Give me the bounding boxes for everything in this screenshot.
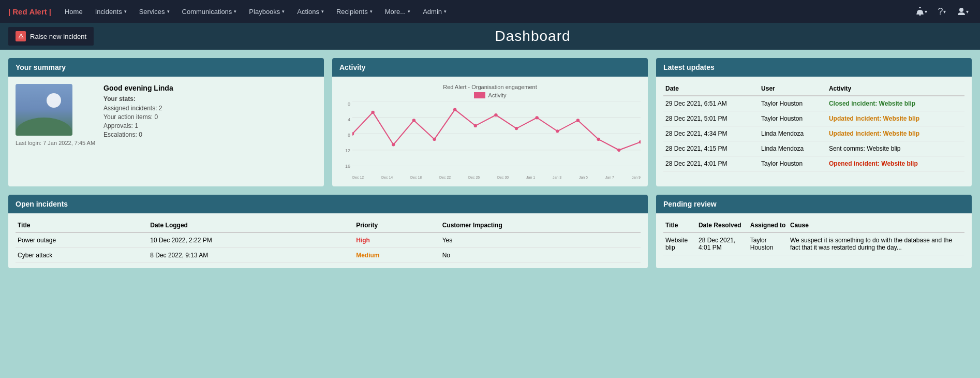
summary-details: Good evening Linda Your stats: Assigned … <box>103 84 173 140</box>
summary-card: Your summary Last login: 7 Jan 2022, 7:4… <box>8 58 324 186</box>
update-row: 28 Dec 2021, 5:01 PM Taylor Houston Upda… <box>663 111 964 126</box>
avatar-hills <box>16 118 72 136</box>
svg-point-23 <box>639 140 641 143</box>
update-user: Taylor Houston <box>759 96 827 111</box>
chart-title: Red Alert - Organisation engagement <box>339 84 641 90</box>
playbooks-caret: ▾ <box>282 9 285 14</box>
brand-pipe1: | <box>8 7 10 16</box>
pending-title: Website blip <box>663 232 696 255</box>
stat-escalations: Escalations: 0 <box>103 131 173 138</box>
user-icon <box>957 7 966 16</box>
update-user: Taylor Houston <box>759 156 827 171</box>
latest-updates-body: Date User Activity 29 Dec 2021, 6:51 AM … <box>656 77 972 177</box>
pr-col-title: Title <box>663 219 696 232</box>
update-activity: Updated incident: Website blip <box>827 126 964 141</box>
incident-date: 8 Dec 2022, 9:13 AM <box>148 248 354 263</box>
pr-col-assigned: Assigned to <box>748 219 788 232</box>
incident-row: Power outage 10 Dec 2022, 2:22 PM High Y… <box>16 232 641 248</box>
incident-priority: Medium <box>354 248 440 263</box>
pending-review-body: Title Date Resolved Assigned to Cause We… <box>656 213 972 260</box>
stat-actions: Your action items: 0 <box>103 113 173 121</box>
y-axis: 16 12 8 4 0 <box>339 101 352 169</box>
incident-customer: No <box>440 248 641 263</box>
update-user: Linda Mendoza <box>759 126 827 141</box>
incident-priority: High <box>354 232 440 248</box>
incident-title: Cyber attack <box>16 248 148 263</box>
svg-point-13 <box>433 138 436 141</box>
activity-card: Activity Red Alert - Organisation engage… <box>332 58 648 186</box>
admin-caret: ▾ <box>444 9 447 14</box>
pending-review-header: Pending review <box>656 195 972 213</box>
page-title: Dashboard <box>94 28 972 45</box>
update-activity: Sent comms: Website blip <box>827 141 964 156</box>
warning-icon: ⚠ <box>16 31 26 41</box>
update-activity: Updated incident: Website blip <box>827 111 964 126</box>
pending-row: Website blip 28 Dec 2021, 4:01 PM Taylor… <box>663 232 964 255</box>
nav-actions[interactable]: Actions ▾ <box>292 0 329 23</box>
notifications-button[interactable]: ▾ <box>912 2 930 21</box>
x-axis: Dec 12 Dec 14 Dec 18 Dec 22 Dec 26 Dec 3… <box>352 176 641 179</box>
user-button[interactable]: ▾ <box>953 2 972 21</box>
update-date: 28 Dec 2021, 4:15 PM <box>663 141 759 156</box>
help-button[interactable]: ? ▾ <box>932 2 951 21</box>
more-caret: ▾ <box>408 9 410 14</box>
inc-col-date: Date Logged <box>148 219 354 232</box>
avatar-image <box>16 84 72 136</box>
pending-table: Title Date Resolved Assigned to Cause We… <box>663 219 964 255</box>
services-caret: ▾ <box>167 9 170 14</box>
update-row: 28 Dec 2021, 4:01 PM Taylor Houston Open… <box>663 156 964 171</box>
nav-admin[interactable]: Admin ▾ <box>418 0 452 23</box>
incidents-table: Title Date Logged Priority Customer Impa… <box>16 219 641 263</box>
actions-caret: ▾ <box>321 9 324 14</box>
pr-col-date: Date Resolved <box>696 219 748 232</box>
open-incidents-body: Title Date Logged Priority Customer Impa… <box>8 213 648 268</box>
legend-label: Activity <box>488 92 507 98</box>
update-date: 28 Dec 2021, 5:01 PM <box>663 111 759 126</box>
greeting: Good evening Linda <box>103 84 173 92</box>
pending-assigned: Taylor Houston <box>748 232 788 255</box>
help-caret: ▾ <box>943 9 946 14</box>
help-icon: ? <box>938 6 943 17</box>
subheader: ⚠ Raise new incident Dashboard <box>0 23 980 50</box>
svg-rect-1 <box>916 13 924 14</box>
nav-more[interactable]: More... ▾ <box>380 0 415 23</box>
chart-area: 16 12 8 4 0 <box>339 101 641 179</box>
stats-title: Your stats: <box>103 95 173 103</box>
nav-services[interactable]: Services ▾ <box>134 0 175 23</box>
svg-point-21 <box>597 138 600 141</box>
inc-col-priority: Priority <box>354 219 440 232</box>
incident-date: 10 Dec 2022, 2:22 PM <box>148 232 354 248</box>
line-chart <box>352 101 641 166</box>
raise-incident-button[interactable]: ⚠ Raise new incident <box>8 27 94 46</box>
incidents-caret: ▾ <box>124 9 127 14</box>
open-incidents-header: Open incidents <box>8 195 648 213</box>
navbar: | Red Alert | Home Incidents ▾ Services … <box>0 0 980 23</box>
pending-review-card: Pending review Title Date Resolved Assig… <box>656 195 972 268</box>
inc-col-customer: Customer Impacting <box>440 219 641 232</box>
svg-point-22 <box>617 149 620 152</box>
svg-point-15 <box>474 124 477 127</box>
svg-point-19 <box>556 129 559 133</box>
update-date: 28 Dec 2021, 4:01 PM <box>663 156 759 171</box>
activity-body: Red Alert - Organisation engagement Acti… <box>332 77 648 186</box>
nav-playbooks[interactable]: Playbooks ▾ <box>244 0 290 23</box>
stat-assigned: Assigned incidents: 2 <box>103 105 173 112</box>
inc-col-title: Title <box>16 219 148 232</box>
col-activity: Activity <box>827 82 964 96</box>
svg-point-11 <box>392 143 395 146</box>
update-date: 28 Dec 2021, 4:34 PM <box>663 126 759 141</box>
nav-home[interactable]: Home <box>60 0 88 23</box>
brand-red: Red <box>12 7 27 16</box>
nav-recipients[interactable]: Recipients ▾ <box>331 0 378 23</box>
svg-point-16 <box>494 113 497 117</box>
communications-caret: ▾ <box>234 9 236 14</box>
nav-incidents[interactable]: Incidents ▾ <box>90 0 132 23</box>
avatar-moon <box>47 93 61 108</box>
pr-col-cause: Cause <box>788 219 964 232</box>
update-activity: Closed incident: Website blip <box>827 96 964 111</box>
latest-updates-card: Latest updates Date User Activity 29 Dec… <box>656 58 972 186</box>
nav-communications[interactable]: Communications ▾ <box>177 0 242 23</box>
update-date: 29 Dec 2021, 6:51 AM <box>663 96 759 111</box>
summary-header: Your summary <box>8 58 324 77</box>
svg-point-20 <box>576 119 580 122</box>
